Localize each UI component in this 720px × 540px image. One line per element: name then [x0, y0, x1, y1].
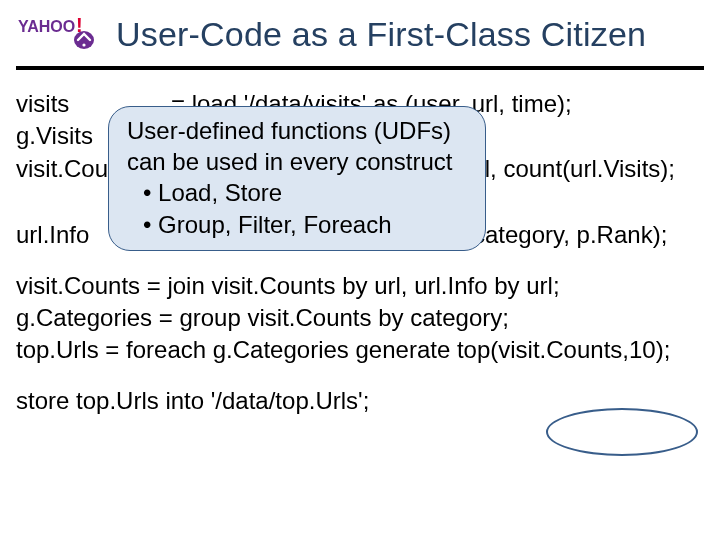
slide-title: User-Code as a First-Class Citizen: [116, 15, 646, 54]
slide-header: YAHOO ! User-Code as a First-Class Citiz…: [0, 0, 720, 66]
svg-point-3: [82, 43, 85, 46]
title-underline: [16, 66, 704, 70]
callout-line: can be used in every construct: [127, 146, 467, 177]
code-line-5: visit.Counts = join visit.Counts by url,…: [16, 270, 704, 302]
callout-bullet: • Load, Store: [143, 177, 467, 208]
callout-udf: User-defined functions (UDFs) can be use…: [108, 106, 486, 251]
yahoo-logo: YAHOO !: [18, 10, 96, 58]
callout-bullet: • Group, Filter, Foreach: [143, 209, 467, 240]
svg-text:YAHOO: YAHOO: [18, 18, 75, 35]
code-line-7: top.Urls = foreach g.Categories generate…: [16, 334, 704, 366]
highlight-oval: [546, 408, 698, 456]
code-line-6: g.Categories = group visit.Counts by cat…: [16, 302, 704, 334]
callout-line: User-defined functions (UDFs): [127, 115, 467, 146]
